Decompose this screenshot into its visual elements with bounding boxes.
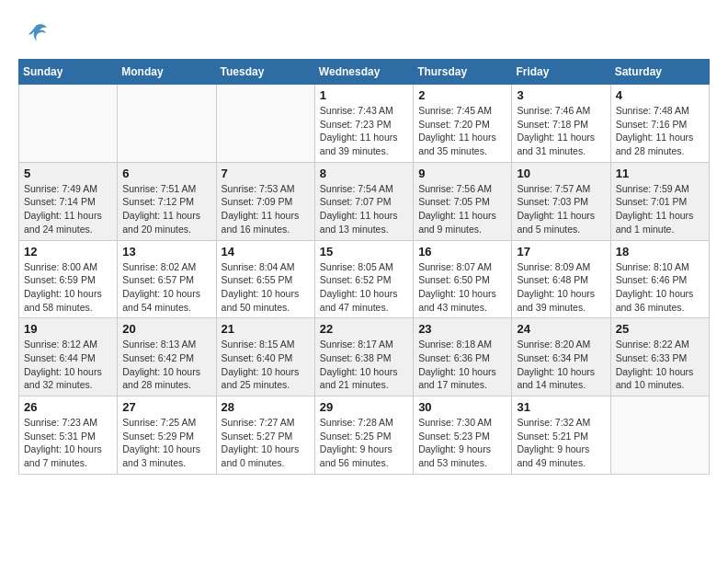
day-info: Sunrise: 7:25 AM Sunset: 5:29 PM Dayligh… — [122, 416, 210, 470]
day-info: Sunrise: 8:13 AM Sunset: 6:42 PM Dayligh… — [122, 338, 210, 392]
day-info: Sunrise: 7:30 AM Sunset: 5:23 PM Dayligh… — [418, 416, 506, 470]
day-info: Sunrise: 7:46 AM Sunset: 7:18 PM Dayligh… — [517, 104, 605, 158]
day-number: 20 — [122, 322, 210, 336]
page-header — [18, 18, 710, 50]
calendar-cell: 30Sunrise: 7:30 AM Sunset: 5:23 PM Dayli… — [414, 396, 512, 475]
calendar-cell: 16Sunrise: 8:07 AM Sunset: 6:50 PM Dayli… — [414, 240, 512, 318]
day-info: Sunrise: 8:00 AM Sunset: 6:59 PM Dayligh… — [24, 260, 112, 315]
day-info: Sunrise: 7:54 AM Sunset: 7:07 PM Dayligh… — [320, 182, 408, 236]
day-number: 9 — [418, 167, 506, 180]
calendar-cell: 15Sunrise: 8:05 AM Sunset: 6:52 PM Dayli… — [314, 240, 413, 318]
day-info: Sunrise: 8:04 AM Sunset: 6:55 PM Dayligh… — [222, 260, 310, 315]
day-info: Sunrise: 8:07 AM Sunset: 6:50 PM Dayligh… — [418, 260, 506, 315]
day-number: 3 — [517, 88, 605, 102]
calendar-cell: 14Sunrise: 8:04 AM Sunset: 6:55 PM Dayli… — [216, 240, 314, 318]
day-number: 17 — [517, 245, 605, 259]
day-info: Sunrise: 8:09 AM Sunset: 6:48 PM Dayligh… — [517, 260, 605, 315]
day-number: 25 — [616, 322, 704, 336]
calendar-header-row: SundayMondayTuesdayWednesdayThursdayFrid… — [19, 60, 710, 85]
calendar-cell — [610, 396, 709, 475]
day-number: 24 — [517, 322, 605, 336]
calendar-cell: 17Sunrise: 8:09 AM Sunset: 6:48 PM Dayli… — [512, 240, 610, 318]
weekday-header-friday: Friday — [512, 60, 610, 85]
day-number: 27 — [122, 400, 210, 414]
calendar-cell: 13Sunrise: 8:02 AM Sunset: 6:57 PM Dayli… — [118, 240, 216, 318]
calendar-cell — [19, 85, 118, 163]
day-info: Sunrise: 8:17 AM Sunset: 6:38 PM Dayligh… — [320, 338, 408, 392]
calendar-cell: 29Sunrise: 7:28 AM Sunset: 5:25 PM Dayli… — [314, 396, 413, 475]
day-info: Sunrise: 7:45 AM Sunset: 7:20 PM Dayligh… — [418, 104, 506, 158]
logo — [18, 18, 50, 50]
day-info: Sunrise: 7:57 AM Sunset: 7:03 PM Dayligh… — [517, 182, 605, 236]
calendar-cell: 26Sunrise: 7:23 AM Sunset: 5:31 PM Dayli… — [19, 396, 118, 475]
day-info: Sunrise: 7:28 AM Sunset: 5:25 PM Dayligh… — [320, 416, 408, 470]
day-number: 8 — [320, 167, 408, 180]
calendar-cell: 21Sunrise: 8:15 AM Sunset: 6:40 PM Dayli… — [216, 318, 314, 396]
calendar-week-3: 12Sunrise: 8:00 AM Sunset: 6:59 PM Dayli… — [19, 240, 710, 318]
day-info: Sunrise: 8:12 AM Sunset: 6:44 PM Dayligh… — [24, 338, 112, 392]
day-info: Sunrise: 8:05 AM Sunset: 6:52 PM Dayligh… — [320, 260, 408, 315]
calendar-cell: 22Sunrise: 8:17 AM Sunset: 6:38 PM Dayli… — [314, 318, 413, 396]
calendar-cell: 12Sunrise: 8:00 AM Sunset: 6:59 PM Dayli… — [19, 240, 118, 318]
calendar-cell — [118, 85, 216, 163]
calendar-week-2: 5Sunrise: 7:49 AM Sunset: 7:14 PM Daylig… — [19, 162, 710, 240]
calendar-cell: 8Sunrise: 7:54 AM Sunset: 7:07 PM Daylig… — [314, 162, 413, 240]
day-info: Sunrise: 8:18 AM Sunset: 6:36 PM Dayligh… — [418, 338, 506, 392]
calendar-cell: 1Sunrise: 7:43 AM Sunset: 7:23 PM Daylig… — [314, 85, 413, 163]
calendar-cell: 10Sunrise: 7:57 AM Sunset: 7:03 PM Dayli… — [512, 162, 610, 240]
calendar-cell: 2Sunrise: 7:45 AM Sunset: 7:20 PM Daylig… — [414, 85, 512, 163]
day-info: Sunrise: 8:10 AM Sunset: 6:46 PM Dayligh… — [616, 260, 704, 315]
day-number: 6 — [122, 167, 210, 180]
day-number: 21 — [222, 322, 310, 336]
weekday-header-wednesday: Wednesday — [314, 60, 413, 85]
calendar-cell: 5Sunrise: 7:49 AM Sunset: 7:14 PM Daylig… — [19, 162, 118, 240]
day-info: Sunrise: 7:48 AM Sunset: 7:16 PM Dayligh… — [616, 104, 704, 158]
day-info: Sunrise: 7:27 AM Sunset: 5:27 PM Dayligh… — [222, 416, 310, 470]
day-number: 14 — [222, 245, 310, 259]
day-info: Sunrise: 7:23 AM Sunset: 5:31 PM Dayligh… — [24, 416, 112, 470]
day-number: 16 — [418, 245, 506, 259]
calendar-cell: 19Sunrise: 8:12 AM Sunset: 6:44 PM Dayli… — [19, 318, 118, 396]
calendar-cell: 28Sunrise: 7:27 AM Sunset: 5:27 PM Dayli… — [216, 396, 314, 475]
calendar-cell: 3Sunrise: 7:46 AM Sunset: 7:18 PM Daylig… — [512, 85, 610, 163]
calendar-cell: 7Sunrise: 7:53 AM Sunset: 7:09 PM Daylig… — [216, 162, 314, 240]
day-info: Sunrise: 8:22 AM Sunset: 6:33 PM Dayligh… — [616, 338, 704, 392]
day-info: Sunrise: 7:32 AM Sunset: 5:21 PM Dayligh… — [517, 416, 605, 470]
calendar-cell: 4Sunrise: 7:48 AM Sunset: 7:16 PM Daylig… — [610, 85, 709, 163]
day-number: 31 — [517, 400, 605, 414]
day-number: 10 — [517, 167, 605, 180]
calendar-cell: 24Sunrise: 8:20 AM Sunset: 6:34 PM Dayli… — [512, 318, 610, 396]
calendar-cell: 18Sunrise: 8:10 AM Sunset: 6:46 PM Dayli… — [610, 240, 709, 318]
logo-bird-icon — [22, 18, 50, 46]
day-number: 28 — [222, 400, 310, 414]
calendar-table: SundayMondayTuesdayWednesdayThursdayFrid… — [18, 59, 710, 475]
day-info: Sunrise: 7:49 AM Sunset: 7:14 PM Dayligh… — [24, 182, 112, 236]
day-number: 19 — [24, 322, 112, 336]
calendar-week-1: 1Sunrise: 7:43 AM Sunset: 7:23 PM Daylig… — [19, 85, 710, 163]
calendar-cell: 31Sunrise: 7:32 AM Sunset: 5:21 PM Dayli… — [512, 396, 610, 475]
day-number: 29 — [320, 400, 408, 414]
day-number: 15 — [320, 245, 408, 259]
day-number: 11 — [616, 167, 704, 180]
calendar-week-4: 19Sunrise: 8:12 AM Sunset: 6:44 PM Dayli… — [19, 318, 710, 396]
day-number: 13 — [122, 245, 210, 259]
day-number: 7 — [222, 167, 310, 180]
calendar-cell: 11Sunrise: 7:59 AM Sunset: 7:01 PM Dayli… — [610, 162, 709, 240]
day-number: 5 — [24, 167, 112, 180]
calendar-cell: 20Sunrise: 8:13 AM Sunset: 6:42 PM Dayli… — [118, 318, 216, 396]
weekday-header-saturday: Saturday — [610, 60, 709, 85]
day-number: 22 — [320, 322, 408, 336]
day-number: 23 — [418, 322, 506, 336]
day-number: 4 — [616, 88, 704, 102]
day-info: Sunrise: 7:53 AM Sunset: 7:09 PM Dayligh… — [222, 182, 310, 236]
calendar-cell — [216, 85, 314, 163]
day-number: 18 — [616, 245, 704, 259]
weekday-header-monday: Monday — [118, 60, 216, 85]
weekday-header-tuesday: Tuesday — [216, 60, 314, 85]
day-info: Sunrise: 7:43 AM Sunset: 7:23 PM Dayligh… — [320, 104, 408, 158]
day-number: 30 — [418, 400, 506, 414]
day-number: 26 — [24, 400, 112, 414]
calendar-cell: 25Sunrise: 8:22 AM Sunset: 6:33 PM Dayli… — [610, 318, 709, 396]
day-number: 12 — [24, 245, 112, 259]
day-number: 1 — [320, 88, 408, 102]
